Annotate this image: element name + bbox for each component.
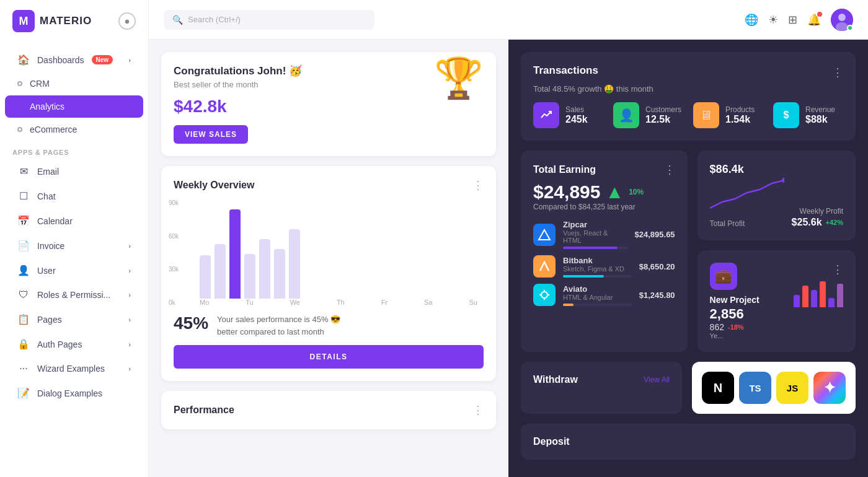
chevron-icon-2: › xyxy=(128,267,131,274)
translate-icon[interactable]: 🌐 xyxy=(745,13,758,27)
congrats-card: Congratulations John! 🥳 Best seller of t… xyxy=(161,52,496,156)
profit-layout: $86.4k Total Profit Weekly Profit xyxy=(710,163,843,228)
sidebar-label-ecommerce: eCommerce xyxy=(30,125,77,134)
aviato-info: Aviato HTML & Angular xyxy=(563,284,632,306)
svg-point-1 xyxy=(838,14,846,21)
products-value: 1.54k xyxy=(725,114,755,125)
sidebar-item-pages[interactable]: 📋 Pages › xyxy=(5,307,143,331)
sidebar-item-ecommerce[interactable]: eCommerce xyxy=(5,118,143,141)
earning-menu-icon[interactable]: ⋮ xyxy=(664,163,675,177)
x-label-su: Su xyxy=(469,299,477,306)
weekly-description: Your sales performance is 45% 😎better co… xyxy=(217,313,340,338)
sidebar-item-user[interactable]: 👤 User › xyxy=(5,258,143,282)
logo-area: M MATERIO ⏺ xyxy=(0,0,148,42)
total-profit-card: $86.4k Total Profit Weekly Profit xyxy=(698,151,856,240)
view-all-link[interactable]: View All xyxy=(644,375,670,384)
transactions-stats: Sales 245k 👤 Customers 12.5k 🖥 xyxy=(533,102,843,128)
dot-icon-2 xyxy=(17,127,22,132)
sidebar-item-email[interactable]: ✉ Email xyxy=(5,159,143,183)
details-button[interactable]: DETAILS xyxy=(174,345,484,369)
bar-we xyxy=(229,209,241,299)
stat-products: 🖥 Products 1.54k xyxy=(693,102,763,128)
x-label-mo: Mo xyxy=(200,299,209,306)
weekly-header: Weekly Overview ⋮ xyxy=(174,178,484,192)
content-left: Congratulations John! 🥳 Best seller of t… xyxy=(149,40,508,477)
bitbank-info: Bitbank Sketch, Figma & XD xyxy=(563,256,632,278)
svg-marker-3 xyxy=(539,230,550,240)
topbar: 🔍 Search (Ctrl+/) 🌐 ☀ ⊞ 🔔 xyxy=(149,0,868,40)
stat-customers-info: Customers 12.5k xyxy=(645,105,681,125)
bitbank-progress-fill xyxy=(563,275,604,278)
withdraw-title: Withdraw xyxy=(533,374,578,385)
typescript-icon: TS xyxy=(739,372,771,404)
products-icon: 🖥 xyxy=(693,102,719,128)
withdraw-card: Withdraw View All xyxy=(521,362,682,414)
chat-icon: ☐ xyxy=(17,190,30,202)
deposit-header: Deposit xyxy=(533,436,843,447)
earning-header: Total Earning ⋮ xyxy=(533,163,675,177)
grid-apps-icon[interactable]: ⊞ xyxy=(788,13,797,27)
search-icon: 🔍 xyxy=(172,15,183,25)
main-area: 🔍 Search (Ctrl+/) 🌐 ☀ ⊞ 🔔 xyxy=(149,0,868,477)
new-project-change: -18% xyxy=(728,323,744,331)
new-project-menu-icon[interactable]: ⋮ xyxy=(832,263,843,276)
sales-icon xyxy=(533,102,559,128)
performance-card: Performance ⋮ xyxy=(161,391,496,429)
profit-big-amount: $86.4k xyxy=(710,163,784,176)
sidebar-item-dialog[interactable]: 📝 Dialog Examples xyxy=(5,381,143,405)
weekly-menu-icon[interactable]: ⋮ xyxy=(472,178,484,192)
chevron-icon-4: › xyxy=(128,316,131,323)
profit-label: Total Profit xyxy=(710,219,784,228)
dot-active-icon xyxy=(17,104,22,109)
weekly-bottom: 45% Your sales performance is 45% 😎bette… xyxy=(174,313,484,338)
wizard-icon: ··· xyxy=(17,363,30,374)
aviato-amount: $1,245.80 xyxy=(639,291,675,300)
pages-icon: 📋 xyxy=(17,313,30,325)
sidebar-label-crm: CRM xyxy=(30,79,50,89)
aviato-progress-fill xyxy=(563,304,574,306)
sidebar-item-invoice[interactable]: 📄 Invoice › xyxy=(5,234,143,258)
brightness-icon[interactable]: ☀ xyxy=(768,13,778,27)
sidebar-item-calendar[interactable]: 📅 Calendar xyxy=(5,209,143,233)
sidebar-item-analytics[interactable]: Analytics xyxy=(5,95,143,118)
section-label-apps: APPS & PAGES xyxy=(0,141,148,159)
y-label-30k: 30k xyxy=(169,266,179,273)
transactions-menu-icon[interactable]: ⋮ xyxy=(832,66,843,79)
y-label-90k: 90k xyxy=(169,199,179,206)
bar-su xyxy=(289,229,300,299)
avatar-wrap[interactable] xyxy=(831,9,853,31)
sidebar-label-auth: Auth Pages xyxy=(37,339,82,349)
sidebar-item-wizard[interactable]: ··· Wizard Examples › xyxy=(5,357,143,380)
sidebar: M MATERIO ⏺ 🏠 Dashboards New › CRM Analy… xyxy=(0,0,149,477)
customers-icon: 👤 xyxy=(613,102,639,128)
right-small-cards: $86.4k Total Profit Weekly Profit xyxy=(698,151,856,352)
shield-icon: 🛡 xyxy=(17,289,30,300)
performance-menu-icon[interactable]: ⋮ xyxy=(472,403,484,417)
search-box[interactable]: 🔍 Search (Ctrl+/) xyxy=(164,10,374,30)
x-label-tu: Tu xyxy=(246,299,253,306)
aviato-name: Aviato xyxy=(563,284,632,294)
x-label-fr: Fr xyxy=(381,299,388,306)
zipcar-progress xyxy=(563,247,627,249)
stat-products-info: Products 1.54k xyxy=(725,105,755,125)
stat-revenue-info: Revenue $88k xyxy=(805,105,835,125)
sidebar-item-crm[interactable]: CRM xyxy=(5,72,143,95)
profit-chart-area: $86.4k Total Profit xyxy=(710,163,784,228)
view-sales-button[interactable]: VIEW SALES xyxy=(174,125,248,144)
middle-row: Total Earning ⋮ $24,895 ▲ 10% Compared t… xyxy=(521,151,856,352)
mini-bar-1 xyxy=(794,295,800,307)
aviato-progress xyxy=(563,304,632,306)
sidebar-item-chat[interactable]: ☐ Chat xyxy=(5,184,143,208)
weekly-chart xyxy=(193,199,484,299)
record-icon[interactable]: ⏺ xyxy=(118,12,136,30)
sidebar-item-dashboards[interactable]: 🏠 Dashboards New › xyxy=(5,48,143,72)
sidebar-label-roles: Roles & Permissi... xyxy=(37,290,110,300)
deposit-card: Deposit xyxy=(521,424,856,460)
sidebar-item-auth[interactable]: 🔒 Auth Pages › xyxy=(5,332,143,356)
earning-title: Total Earning xyxy=(533,164,596,175)
y-label-0k: 0k xyxy=(169,299,179,306)
chevron-icon-3: › xyxy=(128,291,131,299)
sidebar-item-roles[interactable]: 🛡 Roles & Permissi... › xyxy=(5,283,143,307)
bitbank-progress xyxy=(563,275,632,278)
transactions-card: Transactions ⋮ Total 48.5% growth 🤑 this… xyxy=(521,52,856,141)
